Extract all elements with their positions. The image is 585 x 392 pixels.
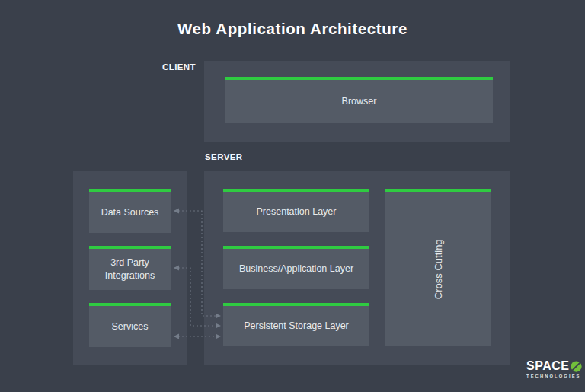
external-sources-panel: Data Sources 3rd Party Integrations Serv… xyxy=(73,171,187,365)
browser-box: Browser xyxy=(225,77,493,123)
logo-subtitle-text: TECHNOLOGIES xyxy=(526,374,581,378)
business-application-layer-label: Business/Application Layer xyxy=(239,263,353,276)
services-label: Services xyxy=(112,320,149,333)
client-section-label: CLIENT xyxy=(0,62,196,72)
server-panel: Presentation Layer Business/Application … xyxy=(204,171,510,365)
presentation-layer-box: Presentation Layer xyxy=(223,189,369,232)
cross-cutting-label: Cross Cutting xyxy=(431,239,445,299)
business-application-layer-box: Business/Application Layer xyxy=(223,246,369,289)
services-box: Services xyxy=(89,303,171,347)
persistent-storage-layer-label: Persistent Storage Layer xyxy=(244,320,349,333)
presentation-layer-label: Presentation Layer xyxy=(257,206,337,218)
spaceo-logo: SPACE TECHNOLOGIES xyxy=(526,360,580,378)
third-party-integrations-box: 3rd Party Integrations xyxy=(89,246,171,290)
cross-cutting-box: Cross Cutting xyxy=(385,189,491,346)
diagram-title: Web Application Architecture xyxy=(0,20,585,38)
logo-brand-text: SPACE xyxy=(526,360,569,372)
third-party-integrations-label: 3rd Party Integrations xyxy=(94,257,166,282)
browser-box-label: Browser xyxy=(342,95,377,108)
data-sources-box: Data Sources xyxy=(89,189,171,233)
slashed-o-icon xyxy=(571,361,582,372)
client-panel: Browser xyxy=(204,61,510,142)
data-sources-label: Data Sources xyxy=(101,206,159,219)
diagram-canvas: Web Application Architecture CLIENT Brow… xyxy=(0,0,585,392)
persistent-storage-layer-box: Persistent Storage Layer xyxy=(223,303,369,346)
server-section-label: SERVER xyxy=(205,152,242,161)
